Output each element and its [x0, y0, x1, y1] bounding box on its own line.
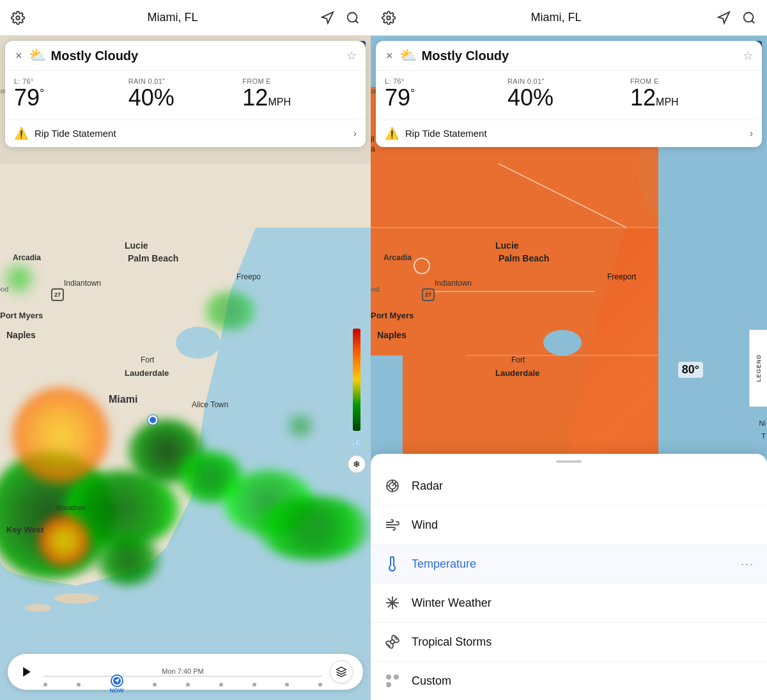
svg-point-9	[176, 327, 221, 359]
menu-item-tropical-storms[interactable]: Tropical Storms	[371, 623, 767, 662]
left-temp-stat: L: 76° 79°	[14, 77, 128, 111]
right-wind-stat: FROM E 12MPH	[630, 77, 753, 111]
right-alert-bar[interactable]: ⚠️ Rip Tide Statement ›	[376, 120, 762, 147]
left-favorite-button[interactable]: ☆	[346, 49, 357, 63]
left-settings-icon[interactable]	[10, 10, 26, 26]
left-panel: Miami, FL	[0, 0, 371, 700]
left-top-bar: Miami, FL	[0, 0, 371, 36]
left-rain-stat: RAIN 0.01" 40%	[128, 77, 243, 111]
menu-item-wind[interactable]: Wind	[371, 506, 767, 545]
key-west-label: Key West	[6, 525, 43, 534]
radar-label: Radar	[412, 479, 754, 493]
svg-line-3	[355, 20, 358, 23]
left-close-button[interactable]: ×	[14, 48, 24, 64]
svg-marker-1	[322, 12, 333, 22]
play-button[interactable]	[18, 663, 36, 681]
timeline-dot-6	[252, 683, 256, 687]
right-settings-icon[interactable]	[381, 10, 396, 26]
marathon-label: Marathon	[56, 504, 86, 511]
svg-point-0	[16, 16, 20, 20]
left-map-area[interactable]: ORIDA cara Beach Arcadia Indiantown Palm…	[0, 36, 371, 700]
left-header-icons	[320, 10, 360, 26]
custom-icon	[384, 672, 401, 690]
right-header-icons	[716, 10, 757, 26]
timeline-dot-5	[219, 683, 223, 687]
svg-point-7	[54, 593, 99, 603]
timeline-dot-8	[318, 683, 322, 687]
timeline-dot-1	[43, 683, 47, 687]
tropical-storms-label: Tropical Storms	[412, 635, 754, 649]
winter-weather-icon	[384, 594, 401, 612]
right-search-icon[interactable]	[741, 10, 757, 26]
left-search-icon[interactable]	[345, 10, 360, 26]
svg-point-13	[387, 16, 391, 20]
menu-item-radar[interactable]: Radar	[371, 467, 767, 506]
svg-point-35	[387, 675, 391, 679]
menu-item-temperature[interactable]: Temperature ···	[371, 545, 767, 584]
left-rain-value: 40%	[128, 85, 243, 111]
timeline-now-label: NOW	[110, 687, 124, 694]
right-map-area[interactable]: ORIDA cara Beach Arcadia Indiantown Palm…	[371, 36, 767, 700]
right-card-title: Mostly Cloudy	[422, 49, 738, 63]
timeline-dot-3	[153, 683, 157, 687]
svg-point-2	[348, 12, 357, 22]
wind-label: Wind	[412, 518, 754, 532]
legend-label: LEGEND	[755, 354, 762, 382]
right-location-icon[interactable]	[716, 10, 731, 26]
left-alert-bar[interactable]: ⚠️ Rip Tide Statement ›	[5, 120, 366, 147]
menu-item-custom[interactable]: Custom	[371, 662, 767, 700]
location-dot	[148, 416, 157, 424]
timeline-line: NOW	[43, 676, 322, 677]
svg-point-22	[543, 330, 582, 355]
left-info-card: × ⛅ Mostly Cloudy ☆ L: 76° 79° RAIN 0.01…	[5, 41, 366, 147]
svg-point-34	[391, 602, 394, 604]
temperature-icon	[384, 555, 401, 573]
right-card-stats: L: 76° 79° RAIN 0.01" 40% FROM E 12MPH	[376, 71, 762, 120]
left-card-title: Mostly Cloudy	[51, 49, 341, 63]
left-card-stats: L: 76° 79° RAIN 0.01" 40% FROM E 12MPH	[5, 71, 366, 120]
right-top-bar: Miami, FL	[371, 0, 767, 36]
timeline-track[interactable]: Mon 7:40 PM NOW	[43, 667, 322, 677]
temperature-more-button[interactable]: ···	[741, 557, 754, 571]
right-alert-chevron: ›	[750, 128, 753, 139]
right-temp-stat: L: 76° 79°	[385, 77, 507, 111]
svg-point-36	[394, 675, 398, 679]
timeline-dot-4	[186, 683, 190, 687]
left-temp-value: 79°	[14, 85, 128, 111]
left-alert-text: Rip Tide Statement	[35, 128, 353, 139]
wind-icon	[384, 516, 401, 534]
right-alert-text: Rip Tide Statement	[405, 128, 750, 139]
left-city-name: Miami, FL	[147, 11, 198, 24]
winter-weather-label: Winter Weather	[412, 596, 754, 610]
tropical-storms-icon	[384, 633, 401, 651]
left-alert-chevron: ›	[353, 128, 357, 139]
right-rain-value: 40%	[507, 85, 630, 111]
left-card-header: × ⛅ Mostly Cloudy ☆	[5, 41, 366, 71]
custom-label: Custom	[412, 674, 754, 688]
bottom-sheet-menu: Radar Wind Temperature	[371, 454, 767, 700]
menu-item-winter-weather[interactable]: Winter Weather	[371, 584, 767, 623]
sheet-handle	[556, 460, 582, 463]
left-wind-stat: FROM E 12MPH	[242, 77, 357, 111]
left-wind-value: 12MPH	[242, 85, 357, 111]
left-timeline-bar: Mon 7:40 PM NOW	[8, 654, 363, 690]
layers-button[interactable]	[330, 660, 353, 683]
svg-line-16	[752, 20, 754, 23]
right-alert-icon: ⚠️	[385, 127, 399, 141]
right-card-header: × ⛅ Mostly Cloudy ☆	[376, 41, 762, 71]
svg-marker-14	[718, 12, 729, 22]
timeline-dot-2	[77, 683, 81, 687]
right-panel: Miami, FL	[371, 0, 767, 700]
timeline-current-dot	[112, 676, 122, 686]
radar-icon	[384, 477, 401, 495]
left-location-icon[interactable]	[320, 10, 335, 26]
right-city-name: Miami, FL	[531, 11, 581, 24]
right-close-button[interactable]: ×	[385, 48, 394, 64]
right-info-card: × ⛅ Mostly Cloudy ☆ L: 76° 79° RAIN 0.01…	[376, 41, 762, 147]
temperature-label: Temperature	[412, 557, 731, 571]
timeline-dot-7	[285, 683, 289, 687]
svg-marker-12	[337, 667, 346, 673]
svg-point-15	[744, 12, 754, 22]
right-favorite-button[interactable]: ☆	[743, 49, 753, 63]
left-alert-icon: ⚠️	[14, 127, 28, 141]
